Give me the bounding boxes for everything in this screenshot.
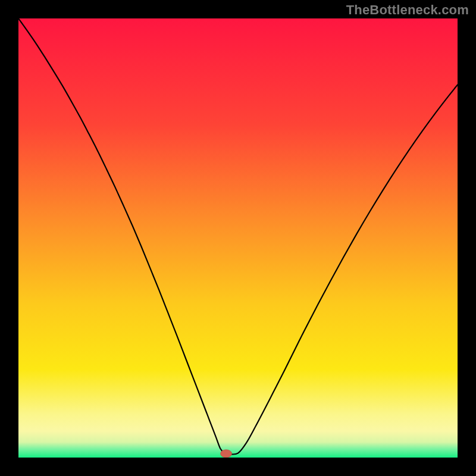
chart-frame: TheBottleneck.com — [0, 0, 476, 476]
plot-svg — [18, 18, 458, 458]
watermark-text: TheBottleneck.com — [346, 2, 469, 18]
gradient-background — [18, 18, 458, 458]
plot-area — [18, 18, 458, 458]
min-marker-icon — [220, 450, 231, 458]
